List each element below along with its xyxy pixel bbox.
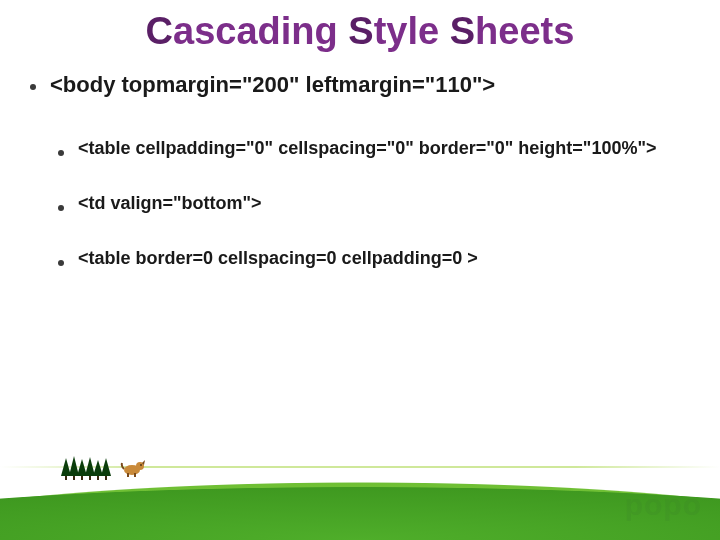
bullet-dot-icon: [58, 260, 64, 266]
bullet-dot-icon: [30, 84, 36, 90]
svg-rect-14: [127, 473, 129, 477]
svg-marker-4: [93, 460, 103, 476]
title-word-3: heets: [475, 10, 574, 52]
dog-icon: [120, 456, 146, 482]
bullet-4-text: <table border=0 cellspacing=0 cellpaddin…: [78, 248, 478, 269]
svg-marker-2: [77, 459, 87, 476]
slide: Cascading Style Sheets <body topmargin="…: [0, 0, 720, 540]
title-word-2: tyle: [374, 10, 450, 52]
svg-marker-3: [85, 457, 95, 476]
title-cap-3: S: [450, 10, 475, 52]
svg-rect-9: [89, 476, 91, 480]
title-word-1: ascading: [173, 10, 348, 52]
svg-rect-6: [65, 476, 67, 480]
slide-title: Cascading Style Sheets: [0, 10, 720, 53]
trees-icon: [56, 454, 116, 480]
watermark: popo: [625, 488, 702, 522]
svg-marker-1: [69, 456, 79, 476]
bullet-1: <body topmargin="200" leftmargin="110">: [30, 72, 690, 98]
svg-rect-10: [97, 476, 99, 480]
title-cap-1: C: [146, 10, 173, 52]
bullet-2-text: <table cellpadding="0" cellspacing="0" b…: [78, 138, 656, 159]
bullet-2: <table cellpadding="0" cellspacing="0" b…: [58, 138, 690, 159]
bullet-list: <body topmargin="200" leftmargin="110"> …: [30, 72, 690, 303]
bullet-3: <td valign="bottom">: [58, 193, 690, 214]
title-cap-2: S: [348, 10, 373, 52]
svg-marker-0: [61, 458, 71, 476]
svg-rect-11: [105, 476, 107, 480]
svg-marker-5: [101, 458, 111, 476]
bullet-dot-icon: [58, 150, 64, 156]
svg-rect-15: [134, 473, 136, 477]
svg-rect-8: [81, 476, 83, 480]
ground-decoration: popo: [0, 440, 720, 540]
bullet-1-text: <body topmargin="200" leftmargin="110">: [50, 72, 495, 98]
bullet-4: <table border=0 cellspacing=0 cellpaddin…: [58, 248, 690, 269]
svg-rect-7: [73, 476, 75, 480]
bullet-dot-icon: [58, 205, 64, 211]
svg-point-16: [140, 464, 142, 466]
bullet-3-text: <td valign="bottom">: [78, 193, 262, 214]
